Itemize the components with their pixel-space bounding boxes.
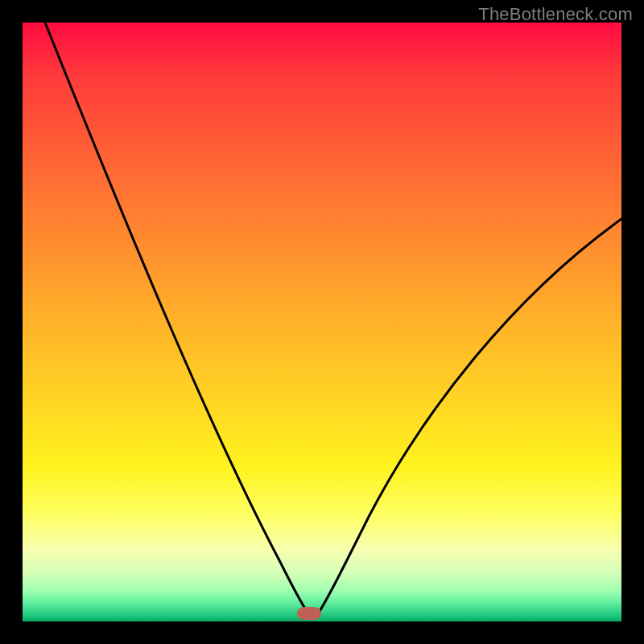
bottleneck-curve — [23, 23, 621, 621]
chart-frame: TheBottleneck.com — [0, 0, 644, 644]
optimal-marker — [297, 607, 321, 620]
plot-area — [23, 23, 621, 621]
watermark-text: TheBottleneck.com — [478, 4, 633, 25]
